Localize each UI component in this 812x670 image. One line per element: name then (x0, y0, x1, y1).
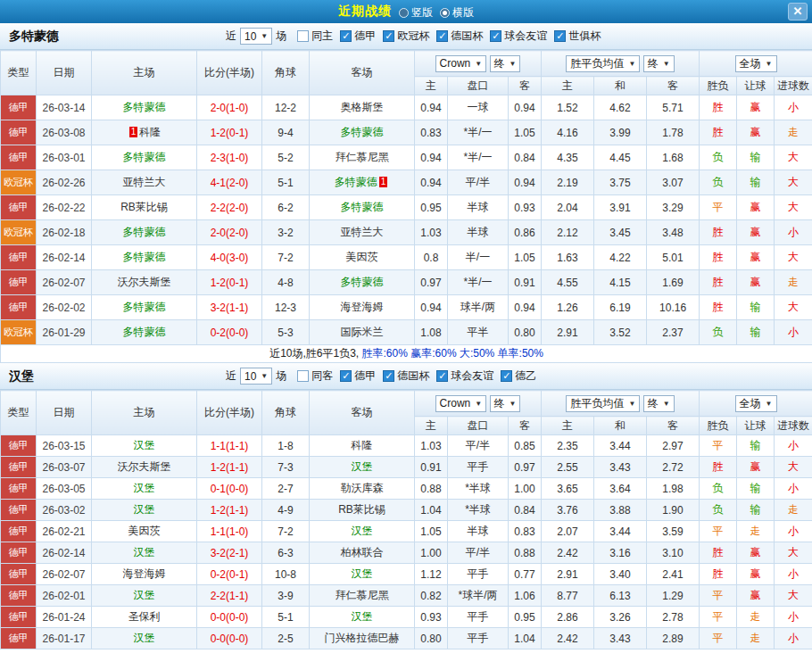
scope-select[interactable]: 全场▼ (735, 395, 777, 412)
away-team[interactable]: 亚特兰大 (310, 220, 415, 245)
subcol-asia-home: 主 (415, 77, 448, 95)
asia-final-select[interactable]: 终▼ (490, 395, 521, 412)
europe-away-odds: 2.37 (647, 320, 700, 345)
away-team[interactable]: 国际米兰 (310, 320, 415, 345)
europe-draw-odds: 4.62 (594, 95, 647, 120)
home-team[interactable]: 汉堡 (92, 542, 197, 564)
checkbox-icon[interactable] (297, 370, 309, 382)
home-team[interactable]: 沃尔夫斯堡 (92, 270, 197, 295)
away-team[interactable]: 奥格斯堡 (310, 95, 415, 120)
home-team[interactable]: 多特蒙德 (92, 295, 197, 320)
result-outcome: 负 (700, 170, 737, 195)
home-team[interactable]: 汉堡 (92, 628, 197, 649)
chevron-down-icon: ▼ (261, 32, 268, 40)
away-team[interactable]: 勒沃库森 (310, 478, 415, 500)
away-team[interactable]: 美因茨 (310, 245, 415, 270)
asia-final-select[interactable]: 终▼ (490, 55, 521, 72)
filter-checkbox[interactable]: ✓欧冠杯 (383, 29, 429, 44)
europe-odds-select[interactable]: 胜平负均值▼ (566, 395, 640, 412)
bookmaker-select[interactable]: Crown▼ (435, 55, 487, 72)
col-header-date: 日期 (37, 391, 92, 435)
filter-checkbox[interactable]: ✓德乙 (501, 368, 536, 384)
league-type-badge: 德甲 (1, 245, 37, 270)
home-team[interactable]: 多特蒙德 (92, 320, 197, 345)
away-team[interactable]: 柏林联合 (310, 542, 415, 564)
team-name: 多特蒙德 (0, 29, 226, 45)
away-team[interactable]: 汉堡 (310, 607, 415, 628)
filter-checkbox[interactable]: 同客 (297, 368, 333, 384)
europe-final-select[interactable]: 终▼ (643, 55, 675, 72)
checkbox-icon[interactable]: ✓ (340, 30, 352, 42)
away-team[interactable]: 多特蒙德 (310, 120, 415, 145)
checkbox-icon[interactable]: ✓ (501, 370, 512, 382)
checkbox-icon[interactable]: ✓ (340, 370, 352, 382)
bookmaker-select[interactable]: Crown▼ (435, 395, 487, 412)
result-outcome: 平 (700, 628, 737, 649)
europe-final-select[interactable]: 终▼ (643, 395, 675, 412)
close-button[interactable]: ✕ (788, 3, 808, 21)
checkbox-icon[interactable]: ✓ (383, 370, 394, 382)
result-handicap: 输 (737, 435, 775, 457)
scope-select[interactable]: 全场▼ (735, 55, 777, 72)
checkbox-icon[interactable]: ✓ (436, 370, 448, 382)
away-team[interactable]: 门兴格拉德巴赫 (310, 628, 415, 649)
away-team[interactable]: 汉堡 (310, 457, 415, 478)
radio-icon (440, 8, 450, 18)
home-team[interactable]: 汉堡 (92, 435, 197, 457)
checkbox-icon[interactable] (297, 30, 309, 42)
filter-checkbox[interactable]: 同主 (297, 29, 333, 44)
home-team[interactable]: RB莱比锡 (92, 195, 197, 220)
filter-checkbox[interactable]: ✓球会友谊 (490, 29, 547, 44)
result-handicap: 赢 (737, 542, 775, 564)
league-type-badge: 德甲 (1, 145, 37, 170)
checkbox-icon[interactable]: ✓ (436, 30, 448, 42)
away-team[interactable]: 拜仁慕尼黑 (310, 585, 415, 607)
subcol-asia-home: 主 (415, 417, 448, 435)
home-team[interactable]: 圣保利 (92, 607, 197, 628)
home-team[interactable]: 美因茨 (92, 521, 197, 542)
filter-bar: 近 10▼ 场 同主✓德甲✓欧冠杯✓德国杯✓球会友谊✓世俱杯 (226, 28, 601, 45)
away-team[interactable]: 多特蒙德 (310, 270, 415, 295)
filter-checkbox[interactable]: ✓德甲 (340, 29, 376, 44)
home-team[interactable]: 1科隆 (92, 120, 197, 145)
europe-away-odds: 1.69 (647, 270, 700, 295)
layout-radio[interactable]: 竖版 (399, 5, 433, 21)
home-team[interactable]: 多特蒙德 (92, 145, 197, 170)
home-team[interactable]: 沃尔夫斯堡 (92, 457, 197, 478)
home-team[interactable]: 汉堡 (92, 500, 197, 521)
home-team[interactable]: 海登海姆 (92, 564, 197, 585)
away-team[interactable]: 多特蒙德1 (310, 170, 415, 195)
home-team[interactable]: 汉堡 (92, 585, 197, 607)
europe-away-odds: 5.71 (647, 95, 700, 120)
checkbox-icon[interactable]: ✓ (490, 30, 501, 42)
filter-checkbox[interactable]: ✓球会友谊 (436, 368, 493, 384)
home-team[interactable]: 亚特兰大 (92, 170, 197, 195)
match-count-select[interactable]: 10▼ (240, 28, 272, 45)
filter-checkbox[interactable]: ✓德国杯 (383, 368, 429, 384)
europe-away-odds: 2.97 (647, 435, 700, 457)
home-team[interactable]: 多特蒙德 (92, 95, 197, 120)
result-handicap: 输 (737, 145, 775, 170)
home-team[interactable]: 多特蒙德 (92, 245, 197, 270)
filter-checkbox[interactable]: ✓德甲 (340, 368, 376, 384)
home-team[interactable]: 汉堡 (92, 478, 197, 500)
summary-text: 近10场,胜6平1负3, 胜率:60% 赢率:60% 大:50% 单率:50% (1, 345, 812, 363)
away-team[interactable]: RB莱比锡 (310, 500, 415, 521)
away-team[interactable]: 汉堡 (310, 564, 415, 585)
layout-radio[interactable]: 横版 (440, 5, 474, 21)
away-team[interactable]: 科隆 (310, 435, 415, 457)
checkbox-icon[interactable]: ✓ (383, 30, 394, 42)
match-count-select[interactable]: 10▼ (240, 368, 272, 385)
home-team[interactable]: 多特蒙德 (92, 220, 197, 245)
match-date: 26-03-15 (37, 435, 92, 457)
filter-checkbox[interactable]: ✓世俱杯 (554, 29, 601, 44)
asia-odds-header: Crown▼ 终▼ (415, 391, 542, 417)
europe-odds-select[interactable]: 胜平负均值▼ (566, 55, 640, 72)
away-team[interactable]: 海登海姆 (310, 295, 415, 320)
filter-checkbox[interactable]: ✓德国杯 (436, 29, 483, 44)
away-team[interactable]: 多特蒙德 (310, 195, 415, 220)
away-team[interactable]: 汉堡 (310, 521, 415, 542)
away-team[interactable]: 拜仁慕尼黑 (310, 145, 415, 170)
radio-icon (399, 8, 409, 18)
checkbox-icon[interactable]: ✓ (554, 30, 566, 42)
